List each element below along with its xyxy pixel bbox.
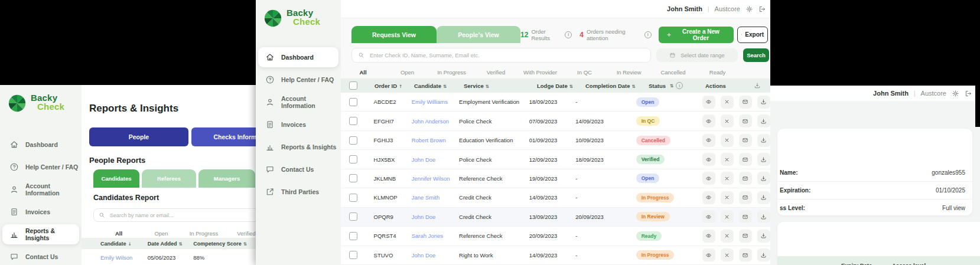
view-button[interactable] (702, 230, 715, 243)
cancel-button[interactable] (721, 230, 734, 243)
candidate-link[interactable]: Emily Wilson (82, 254, 148, 261)
email-button[interactable] (739, 172, 752, 185)
cancel-button[interactable] (721, 134, 734, 147)
candidate-link[interactable]: Jennifer Wilson (412, 175, 459, 182)
candidate-link[interactable]: John Doe (412, 252, 459, 259)
table-row[interactable]: ABCDE2 Emily Williams Employment Verific… (341, 93, 770, 112)
column-order-id[interactable]: Order ID↑ (369, 83, 414, 89)
user-name[interactable]: John Smith (667, 5, 702, 12)
column-candidate[interactable]: Candidate⇅ (414, 83, 464, 89)
sidebar-item-account-information[interactable]: Account Information (258, 92, 338, 112)
row-checkbox[interactable] (349, 251, 357, 259)
checks-information-section-button[interactable]: Checks Informati (191, 127, 256, 146)
download-button[interactable] (757, 248, 770, 261)
download-button[interactable] (757, 153, 770, 166)
email-button[interactable] (739, 230, 752, 243)
row-checkbox[interactable] (349, 194, 357, 202)
email-button[interactable] (739, 248, 752, 261)
sidebar-item-help-center[interactable]: Help Center / FAQ (2, 157, 79, 177)
search-button[interactable]: Search (743, 48, 769, 62)
download-all-icon[interactable] (754, 82, 761, 89)
download-button[interactable] (757, 230, 770, 243)
candidates-search-input[interactable] (109, 212, 255, 219)
download-button[interactable] (757, 172, 770, 185)
email-button[interactable] (739, 134, 752, 147)
sidebar-item-contact-us[interactable]: Contact Us (2, 247, 79, 265)
view-button[interactable] (702, 96, 715, 109)
email-button[interactable] (739, 153, 752, 166)
email-button[interactable] (739, 96, 752, 109)
user-name[interactable]: John Smith (873, 90, 909, 97)
tab-referees[interactable]: Referees (142, 169, 196, 188)
email-button[interactable] (739, 114, 752, 127)
row-checkbox[interactable] (349, 136, 357, 145)
tab-managers[interactable]: Managers (198, 169, 255, 188)
info-icon[interactable] (644, 31, 652, 38)
row-checkbox[interactable] (349, 232, 357, 240)
table-row[interactable]: PQRST4 Sarah Jones Reference Check 20/09… (341, 227, 770, 246)
tab-requests-view[interactable]: Requests View (351, 26, 437, 43)
column-completion-date[interactable]: Completion Date⇅ (585, 83, 649, 89)
sidebar-item-reports-insights[interactable]: Reports & Insights (258, 137, 338, 157)
download-button[interactable] (757, 134, 770, 147)
sidebar-item-dashboard[interactable]: Dashboard (2, 135, 79, 155)
people-section-button[interactable]: People (89, 127, 188, 146)
candidate-link[interactable]: John Doe (412, 156, 459, 163)
gear-icon[interactable] (745, 5, 753, 13)
row-checkbox[interactable] (349, 155, 357, 163)
column-candidate[interactable]: Candidate↓ (82, 241, 148, 247)
sidebar-item-invoices[interactable]: Invoices (258, 114, 338, 135)
candidate-link[interactable]: Emily Williams (412, 99, 459, 105)
table-row[interactable]: FGHIJ3 Robert Brown Education Verificati… (341, 131, 770, 150)
candidate-link[interactable]: John Doe (412, 214, 459, 220)
export-button[interactable]: Export (737, 27, 768, 43)
view-button[interactable] (702, 134, 715, 147)
table-row[interactable]: EFGHI7 John Anderson Police Check 07/09/… (341, 112, 770, 130)
column-expiry-date[interactable]: Expiry Date (841, 262, 872, 265)
table-row[interactable]: JKLMNB Jennifer Wilson Reference Check 1… (341, 169, 770, 188)
view-button[interactable] (702, 191, 715, 204)
date-range-button[interactable]: Select date range (656, 48, 738, 62)
row-checkbox[interactable] (349, 117, 357, 125)
column-lodge-date[interactable]: Lodge Date⇅ (537, 83, 585, 89)
view-button[interactable] (702, 248, 715, 261)
candidate-link[interactable]: Jane Smith (412, 194, 459, 201)
tab-candidates[interactable]: Candidates (93, 169, 139, 188)
sidebar-item-contact-us[interactable]: Contact Us (258, 159, 338, 179)
cancel-button[interactable] (721, 96, 734, 109)
cancel-button[interactable] (721, 210, 734, 223)
column-competency-score[interactable]: Competency Score⇅ (193, 241, 256, 247)
gear-icon[interactable] (952, 90, 959, 97)
tab-peoples-view[interactable]: People's View (437, 26, 520, 43)
sidebar-item-account-information[interactable]: Account Information (2, 179, 79, 199)
sidebar-item-dashboard[interactable]: Dashboard (258, 47, 338, 67)
status-info-icon[interactable] (676, 82, 683, 89)
cancel-button[interactable] (721, 114, 734, 127)
sidebar-item-invoices[interactable]: Invoices (2, 202, 79, 222)
column-service[interactable]: Service⇅ (464, 83, 537, 89)
logout-icon[interactable] (965, 90, 972, 97)
download-button[interactable] (757, 114, 770, 127)
cancel-button[interactable] (721, 172, 734, 185)
order-search-input[interactable] (369, 51, 644, 59)
view-button[interactable] (702, 172, 715, 185)
table-row[interactable]: STUVO John Doe Right to Work 14/09/2023 … (341, 246, 770, 265)
sidebar-item-third-parties[interactable]: Third Parties (258, 182, 338, 202)
column-access-level[interactable]: Access level (892, 262, 926, 265)
download-button[interactable] (757, 96, 770, 109)
cancel-button[interactable] (721, 191, 734, 204)
table-row[interactable]: HJX5BX John Doe Police Check 12/09/2023 … (341, 150, 770, 169)
email-button[interactable] (739, 191, 752, 204)
info-icon[interactable] (565, 31, 572, 38)
candidate-link[interactable]: Robert Brown (412, 137, 459, 143)
logout-icon[interactable] (758, 5, 766, 13)
sidebar-item-help-center[interactable]: Help Center / FAQ (258, 70, 338, 90)
view-button[interactable] (702, 210, 715, 223)
row-checkbox[interactable] (349, 98, 357, 106)
candidate-link[interactable]: Sarah Jones (412, 233, 459, 239)
email-button[interactable] (739, 210, 752, 223)
view-button[interactable] (702, 114, 715, 127)
row-checkbox[interactable] (349, 174, 357, 182)
column-date-added[interactable]: Date Added⇅ (148, 241, 193, 247)
cancel-button[interactable] (721, 248, 734, 261)
